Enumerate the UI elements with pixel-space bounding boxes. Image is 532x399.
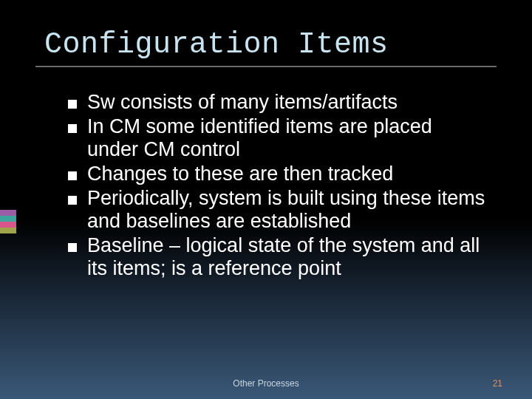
accent-bar bbox=[0, 210, 16, 216]
bullet-list: Sw consists of many items/artifacts In C… bbox=[0, 67, 532, 280]
accent-bar bbox=[0, 216, 16, 222]
slide-title: Configuration Items bbox=[0, 0, 532, 66]
slide: Configuration Items Sw consists of many … bbox=[0, 0, 532, 399]
bullet-text: Changes to these are then tracked bbox=[87, 163, 393, 185]
bullet-text: Baseline – logical state of the system a… bbox=[87, 234, 488, 280]
list-item: Changes to these are then tracked bbox=[68, 163, 488, 185]
bullet-icon bbox=[68, 196, 77, 205]
bullet-icon bbox=[68, 171, 77, 180]
bullet-icon bbox=[68, 124, 77, 133]
list-item: Periodically, system is built using thes… bbox=[68, 187, 488, 233]
bullet-icon bbox=[68, 100, 77, 109]
bullet-text: Sw consists of many items/artifacts bbox=[87, 91, 398, 114]
bullet-icon bbox=[68, 243, 77, 252]
accent-bar bbox=[0, 222, 16, 228]
footer-label: Other Processes bbox=[233, 378, 299, 389]
accent-bars bbox=[0, 210, 16, 233]
list-item: In CM some identified items are placed u… bbox=[68, 115, 488, 161]
list-item: Sw consists of many items/artifacts bbox=[68, 91, 488, 114]
page-number: 21 bbox=[493, 378, 502, 389]
bullet-text: In CM some identified items are placed u… bbox=[87, 115, 488, 161]
accent-bar bbox=[0, 228, 16, 233]
bullet-text: Periodically, system is built using thes… bbox=[87, 187, 488, 233]
list-item: Baseline – logical state of the system a… bbox=[68, 234, 488, 280]
